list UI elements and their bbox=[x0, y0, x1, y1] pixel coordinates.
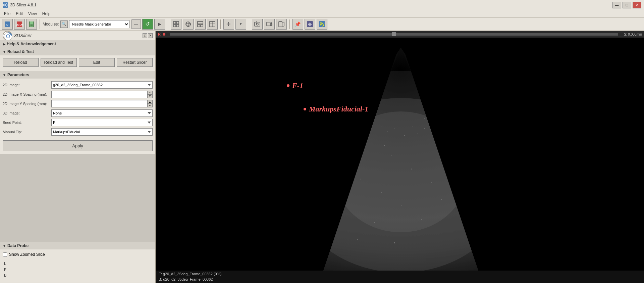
panel-spacer bbox=[0, 154, 155, 242]
svg-rect-72 bbox=[381, 127, 381, 127]
data-probe-header[interactable]: ▼ Data Probe bbox=[0, 242, 155, 249]
x-spacing-up-button[interactable]: ▲ bbox=[147, 91, 153, 94]
ultrasound-display bbox=[156, 38, 644, 271]
modules-label: Modules: bbox=[43, 22, 59, 27]
data-probe-section: ▼ Data Probe Show Zoomed Slice L F B bbox=[0, 242, 155, 283]
reload-module-button[interactable]: ↺ bbox=[142, 19, 153, 30]
svg-rect-12 bbox=[176, 25, 179, 27]
canvas-area[interactable]: F-1 MarkupsFiducial-1 bbox=[156, 38, 644, 271]
reload-test-button[interactable]: Reload and Test bbox=[41, 58, 76, 67]
svg-rect-7 bbox=[30, 21, 33, 24]
show-zoomed-slice-row: Show Zoomed Slice bbox=[3, 252, 153, 257]
svg-rect-60 bbox=[357, 239, 358, 240]
four-up-view-button[interactable] bbox=[171, 19, 181, 30]
minimize-button[interactable]: — bbox=[612, 2, 621, 8]
panel-close-buttons[interactable]: ◻ ✕ bbox=[143, 33, 153, 38]
menu-bar: File Edit View Help bbox=[0, 10, 644, 17]
probe-b: B bbox=[4, 273, 151, 279]
menu-view[interactable]: View bbox=[25, 11, 40, 17]
panel-resize-button[interactable]: ◻ bbox=[143, 33, 147, 38]
manual-tip-row: Manual Tip: MarkupsFiducial bbox=[3, 128, 153, 136]
screencap3-button[interactable] bbox=[276, 19, 287, 30]
slice-slider[interactable] bbox=[170, 33, 618, 36]
nav-forward-button[interactable]: ▶ bbox=[154, 19, 165, 30]
slice-header: R S: 0.000mm bbox=[156, 31, 644, 38]
maximize-button[interactable]: □ bbox=[623, 2, 631, 8]
image-3d-select[interactable]: None bbox=[51, 109, 153, 117]
restart-button[interactable]: Restart Slicer bbox=[117, 58, 153, 67]
manual-tip-label: Manual Tip: bbox=[3, 130, 51, 134]
fiducial-f1: F-1 bbox=[287, 81, 303, 90]
info-bar: F: g20_d2_35deg_Frame_00362 (0%) B: g20_… bbox=[156, 271, 644, 283]
nav-back-button[interactable]: — bbox=[131, 19, 141, 29]
left-panel: 3DSlicer ◻ ✕ ▶ Help & Acknowledgement ▼ … bbox=[0, 31, 156, 283]
crosshair-button[interactable]: ✛ bbox=[223, 19, 234, 30]
svg-rect-24 bbox=[256, 21, 257, 22]
screencap2-button[interactable] bbox=[264, 19, 275, 30]
svg-rect-52 bbox=[361, 179, 361, 180]
parameters-section-header[interactable]: ▼ Parameters bbox=[0, 71, 155, 79]
save-button[interactable] bbox=[26, 19, 37, 30]
data-icon-button[interactable]: D bbox=[2, 19, 13, 30]
panel-close-button[interactable]: ✕ bbox=[148, 33, 153, 38]
toolbar-separator-5 bbox=[289, 19, 290, 29]
seed-point-label: Seed Point: bbox=[3, 121, 51, 125]
window-controls[interactable]: — □ ✕ bbox=[612, 2, 641, 8]
modules-search-button[interactable]: 🔍 bbox=[60, 20, 68, 28]
show-zoomed-slice-label: Show Zoomed Slice bbox=[9, 252, 45, 257]
apply-button[interactable]: Apply bbox=[3, 140, 153, 151]
image-2d-row: 2D Image: g20_d2_35deg_Frame_00362 bbox=[3, 81, 153, 89]
menu-help[interactable]: Help bbox=[40, 11, 53, 17]
seed-point-select[interactable]: F bbox=[51, 119, 153, 126]
svg-rect-28 bbox=[282, 22, 284, 26]
screencap-button[interactable] bbox=[252, 19, 263, 30]
title-bar: 3D Slicer 4.8.1 — □ ✕ bbox=[0, 0, 644, 10]
image-2d-label: 2D Image: bbox=[3, 83, 51, 87]
toolbar-separator-1 bbox=[40, 19, 40, 29]
svg-rect-11 bbox=[173, 25, 176, 27]
svg-rect-71 bbox=[376, 130, 376, 130]
svg-rect-25 bbox=[267, 22, 271, 26]
x-spacing-down-button[interactable]: ▼ bbox=[147, 94, 153, 98]
svg-rect-27 bbox=[279, 21, 282, 27]
y-spacing-input[interactable]: 0.212 bbox=[51, 100, 147, 107]
svg-rect-17 bbox=[198, 25, 200, 27]
svg-rect-73 bbox=[387, 132, 388, 132]
x-spacing-input[interactable]: 0.212 bbox=[51, 91, 147, 98]
image-2d-select[interactable]: g20_d2_35deg_Frame_00362 bbox=[51, 81, 153, 89]
toolbar-separator-4 bbox=[249, 19, 249, 29]
data-probe-content: Show Zoomed Slice L F B bbox=[0, 249, 155, 283]
close-button[interactable]: ✕ bbox=[633, 2, 641, 8]
x-spacing-label: 2D Image X Spacing (mm): bbox=[3, 92, 51, 96]
python-console-button[interactable]: Py bbox=[317, 19, 327, 30]
y-spacing-up-button[interactable]: ▲ bbox=[147, 100, 153, 104]
reload-section-header[interactable]: ▼ Reload & Test bbox=[0, 48, 155, 55]
dicom-button[interactable]: DICOM bbox=[14, 19, 25, 30]
svg-rect-55 bbox=[421, 219, 422, 220]
viewer-area: R S: 0.000mm bbox=[156, 31, 644, 283]
y-spacing-down-button[interactable]: ▼ bbox=[147, 104, 153, 107]
conventional-view-button[interactable] bbox=[195, 19, 206, 30]
svg-rect-76 bbox=[406, 130, 406, 131]
manual-tip-select[interactable]: MarkupsFiducial bbox=[51, 128, 153, 136]
menu-file[interactable]: File bbox=[1, 11, 13, 17]
seed-point-row: Seed Point: F bbox=[3, 119, 153, 126]
panel-logo: 3DSlicer bbox=[3, 31, 32, 40]
svg-rect-77 bbox=[413, 127, 413, 127]
modules-select[interactable]: Needle Mask Generator bbox=[69, 20, 129, 28]
svg-rect-74 bbox=[394, 128, 394, 129]
reload-button[interactable]: Reload bbox=[3, 58, 39, 67]
extension-wizard-button[interactable] bbox=[305, 19, 315, 30]
menu-edit[interactable]: Edit bbox=[13, 11, 25, 17]
crosshair-options-button[interactable]: ▼ bbox=[235, 19, 246, 30]
3d-view-button[interactable] bbox=[183, 19, 194, 30]
svg-rect-18 bbox=[201, 25, 203, 27]
show-zoomed-slice-checkbox[interactable] bbox=[3, 252, 7, 257]
table-view-button[interactable] bbox=[207, 19, 218, 30]
help-section-header[interactable]: ▶ Help & Acknowledgement bbox=[0, 40, 155, 48]
edit-button[interactable]: Edit bbox=[79, 58, 115, 67]
y-spacing-spinbox: 0.212 ▲ ▼ bbox=[51, 100, 153, 107]
pin-button[interactable]: 📌 bbox=[292, 19, 303, 30]
x-spacing-spinbox: 0.212 ▲ ▼ bbox=[51, 91, 153, 98]
svg-rect-67 bbox=[374, 222, 375, 223]
